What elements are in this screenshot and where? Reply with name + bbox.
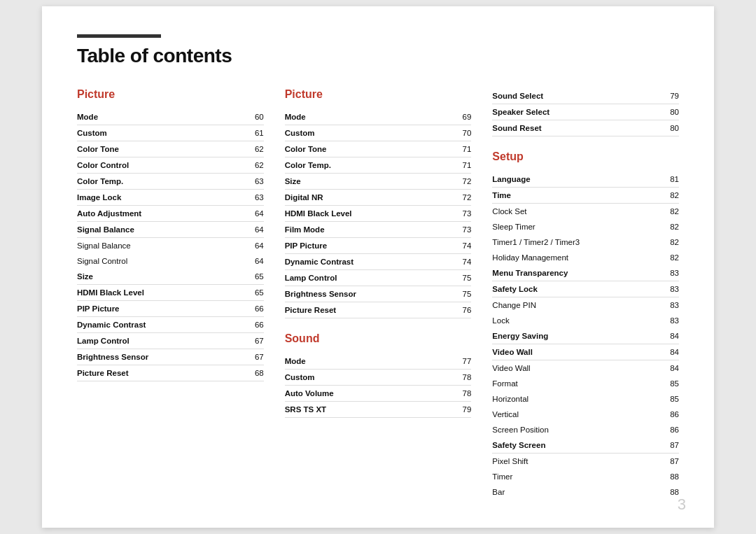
toc-row-label: Mode bbox=[285, 353, 451, 370]
toc-row-page: 73 bbox=[450, 206, 471, 222]
toc-row-page: 82 bbox=[658, 234, 679, 250]
toc-row-page: 79 bbox=[450, 402, 471, 418]
toc-row-label: Screen Position bbox=[492, 422, 658, 437]
col1-section-title: Picture bbox=[77, 88, 264, 101]
toc-row-label: Bar bbox=[492, 484, 658, 500]
toc-row-label: Horizontal bbox=[492, 391, 658, 407]
toc-row-label: Holiday Management bbox=[492, 250, 658, 265]
toc-row-label: HDMI Black Level bbox=[77, 285, 243, 301]
toc-row-page: 67 bbox=[243, 349, 264, 365]
toc-row-page: 87 bbox=[658, 454, 679, 470]
toc-row-label: Picture Reset bbox=[77, 365, 243, 381]
toc-row-page: 69 bbox=[450, 109, 471, 125]
toc-row-label: Size bbox=[77, 269, 243, 285]
col1: Picture Mode60Custom61Color Tone62Color … bbox=[77, 88, 285, 500]
toc-row-page: 85 bbox=[658, 391, 679, 407]
col2: Picture Mode69Custom70Color Tone71Color … bbox=[285, 88, 493, 500]
toc-row-page: 64 bbox=[243, 253, 264, 269]
toc-row-page: 62 bbox=[243, 141, 264, 157]
toc-row-page: 86 bbox=[658, 407, 679, 422]
toc-row-label: Signal Control bbox=[77, 253, 243, 269]
toc-row-label: Menu Transparency bbox=[492, 265, 658, 281]
toc-row-label: Dynamic Contrast bbox=[285, 254, 451, 270]
toc-row-page: 63 bbox=[243, 190, 264, 206]
toc-row-page: 77 bbox=[450, 353, 471, 370]
toc-row-page: 82 bbox=[658, 219, 679, 234]
col3-section-title: Setup bbox=[492, 150, 679, 163]
toc-row-page: 84 bbox=[658, 344, 679, 360]
toc-row-page: 63 bbox=[243, 174, 264, 190]
title-section: Table of contents bbox=[77, 34, 679, 67]
toc-row-label: Lock bbox=[492, 313, 658, 328]
toc-row-page: 83 bbox=[658, 281, 679, 297]
toc-row-page: 82 bbox=[658, 204, 679, 220]
toc-row-page: 82 bbox=[658, 250, 679, 265]
toc-row-page: 66 bbox=[243, 317, 264, 333]
toc-row-label: Auto Adjustment bbox=[77, 206, 243, 222]
page-title: Table of contents bbox=[77, 45, 679, 67]
toc-row-page: 76 bbox=[450, 302, 471, 318]
toc-row-page: 78 bbox=[450, 370, 471, 386]
toc-row-page: 82 bbox=[658, 188, 679, 204]
toc-row-label: Picture Reset bbox=[285, 302, 451, 318]
toc-row-label: Signal Balance bbox=[77, 222, 243, 238]
toc-row-label: Time bbox=[492, 188, 658, 204]
toc-row-page: 85 bbox=[658, 376, 679, 391]
toc-row-page: 68 bbox=[243, 365, 264, 381]
toc-row-label: SRS TS XT bbox=[285, 402, 451, 418]
col3-table: Language81Time82Clock Set82Sleep Timer82… bbox=[492, 171, 679, 500]
col3-sound-table: Sound Select79Speaker Select80Sound Rese… bbox=[492, 88, 679, 136]
col2-section2-title: Sound bbox=[285, 332, 472, 345]
toc-row-label: Safety Lock bbox=[492, 281, 658, 297]
toc-row-label: Energy Saving bbox=[492, 328, 658, 344]
toc-row-page: 74 bbox=[450, 254, 471, 270]
toc-row-page: 80 bbox=[658, 104, 679, 120]
toc-row-page: 75 bbox=[450, 270, 471, 286]
toc-row-label: Digital NR bbox=[285, 190, 451, 206]
toc-row-label: Film Mode bbox=[285, 222, 451, 238]
toc-row-page: 78 bbox=[450, 386, 471, 402]
toc-row-label: Pixel Shift bbox=[492, 454, 658, 470]
columns-wrapper: Picture Mode60Custom61Color Tone62Color … bbox=[77, 88, 679, 500]
toc-row-page: 88 bbox=[658, 469, 679, 484]
toc-row-label: Color Tone bbox=[285, 141, 451, 157]
toc-row-label: Brightness Sensor bbox=[77, 349, 243, 365]
toc-row-page: 70 bbox=[450, 125, 471, 141]
toc-row-page: 62 bbox=[243, 157, 264, 174]
page-container: Table of contents Picture Mode60Custom61… bbox=[42, 6, 714, 528]
toc-row-page: 71 bbox=[450, 141, 471, 157]
toc-row-label: Size bbox=[285, 174, 451, 190]
toc-row-label: Timer1 / Timer2 / Timer3 bbox=[492, 234, 658, 250]
toc-row-page: 73 bbox=[450, 222, 471, 238]
toc-row-page: 80 bbox=[658, 120, 679, 136]
toc-row-page: 83 bbox=[658, 313, 679, 328]
col2-table2: Mode77Custom78Auto Volume78SRS TS XT79 bbox=[285, 353, 472, 418]
toc-row-label: Signal Balance bbox=[77, 238, 243, 254]
toc-row-label: Dynamic Contrast bbox=[77, 317, 243, 333]
toc-row-label: Sound Reset bbox=[492, 120, 658, 136]
toc-row-label: Color Control bbox=[77, 157, 243, 174]
toc-row-label: Format bbox=[492, 376, 658, 391]
toc-row-page: 81 bbox=[658, 171, 679, 188]
toc-row-page: 65 bbox=[243, 269, 264, 285]
toc-row-page: 71 bbox=[450, 157, 471, 174]
toc-row-page: 83 bbox=[658, 297, 679, 314]
toc-row-page: 79 bbox=[658, 88, 679, 104]
toc-row-label: Change PIN bbox=[492, 297, 658, 314]
toc-row-label: Color Temp. bbox=[77, 174, 243, 190]
toc-row-label: Lamp Control bbox=[77, 333, 243, 349]
toc-row-label: Mode bbox=[77, 109, 243, 125]
toc-row-page: 60 bbox=[243, 109, 264, 125]
toc-row-label: Language bbox=[492, 171, 658, 188]
toc-row-label: Color Temp. bbox=[285, 157, 451, 174]
toc-row-label: Lamp Control bbox=[285, 270, 451, 286]
col2-table: Mode69Custom70Color Tone71Color Temp.71S… bbox=[285, 109, 472, 318]
toc-row-label: Custom bbox=[77, 125, 243, 141]
toc-row-page: 72 bbox=[450, 174, 471, 190]
toc-row-label: HDMI Black Level bbox=[285, 206, 451, 222]
toc-row-page: 83 bbox=[658, 265, 679, 281]
toc-row-label: Auto Volume bbox=[285, 386, 451, 402]
toc-row-label: Sound Select bbox=[492, 88, 658, 104]
toc-row-page: 61 bbox=[243, 125, 264, 141]
col2-section-title: Picture bbox=[285, 88, 472, 101]
